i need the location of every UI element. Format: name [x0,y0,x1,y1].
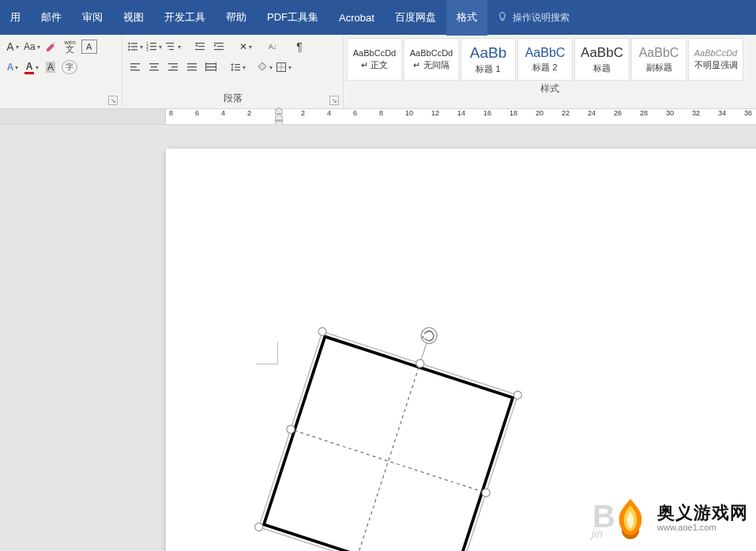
tab-developer[interactable]: 开发工具 [154,0,216,36]
svg-rect-11 [150,49,156,50]
ruler-tick: 22 [562,109,588,117]
svg-text:3: 3 [146,47,149,52]
svg-rect-16 [198,46,205,47]
change-case-button[interactable]: Aa ▾ [24,38,40,55]
svg-rect-31 [187,66,197,67]
style-preview: AaBbC [525,46,566,60]
horizontal-ruler[interactable]: 8 6 4 2 2 4 6 8 10 12 14 16 18 20 22 24 … [0,109,756,125]
tab-review[interactable]: 审阅 [72,0,113,36]
tab-view[interactable]: 视图 [113,0,154,36]
svg-rect-25 [151,66,157,67]
svg-rect-17 [195,49,205,50]
selected-shape[interactable] [254,315,532,551]
tab-baidupan[interactable]: 百度网盘 [385,0,446,36]
paragraph-group-launcher[interactable]: ↘ [329,96,339,105]
svg-rect-23 [130,70,140,70]
char-border-button[interactable]: A [81,40,97,54]
svg-point-2 [128,46,130,47]
enclose-char-button[interactable]: 字 [62,60,77,74]
tell-me-search[interactable]: 操作说明搜索 [487,11,579,25]
align-right-button[interactable] [165,58,181,76]
style-heading2[interactable]: AaBbC 标题 2 [517,38,573,81]
svg-point-0 [128,43,130,44]
svg-rect-15 [195,43,205,43]
ribbon-group-styles: AaBbCcDd ↵ 正文 AaBbCcDd ↵ 无间隔 AaBb 标题 1 A… [344,35,756,108]
ruler-tick: 6 [195,109,221,117]
svg-rect-37 [216,62,216,71]
style-heading1[interactable]: AaBb 标题 1 [461,38,516,81]
bullets-button[interactable]: ▾ [127,38,143,55]
asian-layout-button[interactable]: ✕▾ [238,38,254,55]
grow-font-button[interactable]: A ▾ [5,38,21,55]
tab-mailings[interactable]: 邮件 [31,0,72,36]
multilevel-list-button[interactable]: ▾ [165,38,181,55]
styles-gallery[interactable]: AaBbCcDd ↵ 正文 AaBbCcDd ↵ 无间隔 AaBb 标题 1 A… [344,35,756,81]
tab-format[interactable]: 格式 [446,0,487,36]
svg-rect-19 [217,46,224,47]
drawn-rectangle-shape[interactable] [264,337,513,551]
style-nospacing[interactable]: AaBbCcDd ↵ 无间隔 [404,38,459,81]
line-spacing-button[interactable]: ▾ [230,58,246,76]
style-name: 标题 2 [532,62,557,74]
pinyin-guide-button[interactable]: wén 文 [62,38,78,55]
tab-references[interactable]: 用 [0,0,31,36]
style-name: ↵ 正文 [361,59,388,71]
distribute-button[interactable] [203,58,219,76]
show-hide-marks-button[interactable]: ¶ [291,38,307,55]
clear-format-button[interactable] [43,38,59,55]
svg-rect-34 [206,66,216,67]
ruler-tick: 36 [744,109,756,117]
align-center-button[interactable] [146,58,162,76]
ruler-tick: 28 [640,109,666,117]
ruler-tick: 2 [247,109,273,117]
style-subtle-emphasis[interactable]: AaBbCcDd 不明显强调 [688,38,743,81]
style-preview: AaBbCcDd [694,48,737,58]
sort-button[interactable]: A↓ [265,38,280,55]
svg-rect-14 [169,49,174,50]
svg-rect-38 [232,64,233,70]
style-normal[interactable]: AaBbCcDd ↵ 正文 [347,38,402,81]
style-title[interactable]: AaBbC 标题 [574,38,630,81]
svg-rect-13 [167,46,174,47]
svg-rect-33 [206,63,216,64]
style-preview: AaBbCcDd [353,48,396,58]
shading-button[interactable]: ▾ [257,58,273,76]
svg-point-4 [128,49,130,51]
font-letter-big: A [6,40,13,53]
watermark-faded-text: jin [592,527,603,540]
numbering-button[interactable]: 123 ▾ [146,38,162,55]
increase-indent-button[interactable] [211,38,227,55]
pinyin-wen-bot: 文 [66,46,74,53]
style-preview: AaBbCcDd [410,48,453,58]
svg-rect-35 [206,70,216,70]
sort-label: A↓ [269,43,277,51]
font-group-launcher[interactable]: ↘ [108,96,118,105]
tab-help[interactable]: 帮助 [216,0,257,36]
font-color-button[interactable]: A ▾ [24,58,39,76]
ribbon-group-font: A ▾ Aa ▾ wén 文 A [0,35,122,108]
ruler-tick: 32 [692,109,718,117]
style-subtitle[interactable]: AaBbC 副标题 [631,38,686,81]
ruler-tick: 8 [379,109,405,117]
tab-acrobat[interactable]: Acrobat [329,1,385,35]
svg-point-52 [254,522,264,532]
svg-rect-28 [171,66,178,67]
ruler-tick: 12 [431,109,457,117]
align-justify-button[interactable] [184,58,200,76]
text-effects-button[interactable]: A ▾ [5,58,21,76]
chevron-down-icon: ▾ [36,64,39,71]
svg-rect-7 [150,43,156,43]
ruler-ticks: 8 6 4 2 2 4 6 8 10 12 14 16 18 20 22 24 … [0,109,756,124]
style-preview: AaBb [470,44,506,62]
decrease-indent-button[interactable] [192,38,208,55]
font-color-a: A [24,61,35,74]
chevron-down-icon: ▾ [15,64,18,71]
style-preview: AaBbC [639,46,679,60]
align-left-button[interactable] [127,58,143,76]
borders-button[interactable]: ▾ [276,58,291,76]
tab-pdf-tools[interactable]: PDF工具集 [257,0,329,36]
svg-point-46 [419,326,439,345]
rotation-handle[interactable] [419,326,439,345]
text-highlight-button[interactable]: A [43,58,58,76]
svg-rect-40 [235,67,240,68]
